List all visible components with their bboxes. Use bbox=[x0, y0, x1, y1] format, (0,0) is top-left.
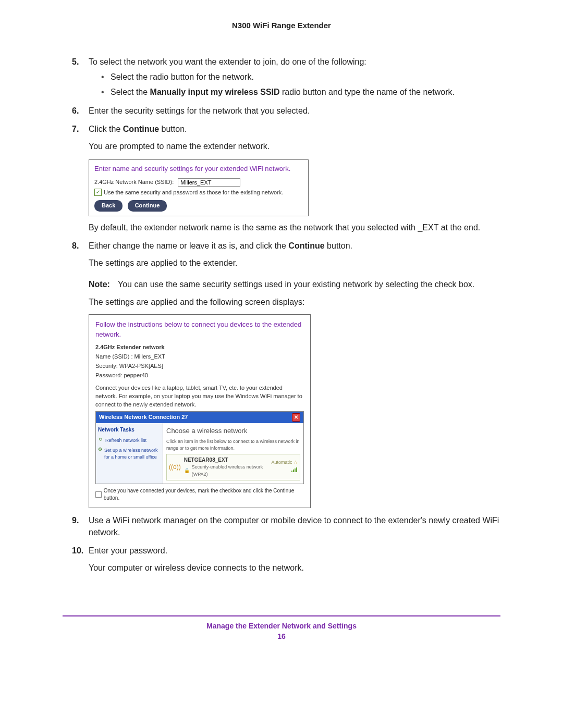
step-8-text: Either change the name or leave it as is… bbox=[89, 241, 352, 250]
step-7-after: By default, the extender network name is… bbox=[89, 221, 500, 233]
step-8-para1: The settings are applied to the extender… bbox=[89, 257, 500, 269]
shot2-security: Security: WPA2-PSK[AES] bbox=[95, 362, 304, 371]
step-8-para2: The settings are applied and the followi… bbox=[89, 296, 500, 308]
wifi-icon: ((o)) bbox=[169, 463, 181, 472]
shot2-final-checkbox[interactable] bbox=[95, 491, 102, 498]
step-10-num: 10. bbox=[72, 545, 83, 557]
refresh-icon: ↻ bbox=[98, 437, 103, 442]
xp-tasks-title: Network Tasks bbox=[98, 426, 161, 434]
xp-main-title: Choose a wireless network bbox=[166, 426, 300, 436]
step-9-text: Use a WiFi network manager on the comput… bbox=[89, 516, 499, 537]
xp-net-security: Security-enabled wireless network (WPA2) bbox=[192, 464, 268, 477]
shot1-checkbox-label: Use the same security and password as th… bbox=[104, 189, 283, 197]
step-9-num: 9. bbox=[72, 514, 79, 526]
step-7-num: 7. bbox=[72, 123, 79, 135]
xp-net-auto: Automatic bbox=[271, 460, 292, 465]
shot2-ssid: Name (SSID) : Millers_EXT bbox=[95, 353, 304, 361]
xp-main-sub: Click an item in the list below to conne… bbox=[166, 438, 300, 452]
signal-icon bbox=[290, 466, 298, 471]
step-6: 6. Enter the security settings for the n… bbox=[63, 105, 500, 117]
screenshot-connect-instructions: Follow the instructions below to connect… bbox=[89, 314, 311, 508]
step-6-text: Enter the security settings for the netw… bbox=[89, 106, 310, 115]
shot2-final-text: Once you have connected your devices, ma… bbox=[104, 487, 304, 502]
shot2-title: Follow the instructions below to connect… bbox=[95, 320, 304, 340]
step-5-text: To select the network you want the exten… bbox=[89, 57, 366, 66]
shot1-ssid-label: 2.4GHz Network Name (SSID): bbox=[94, 178, 174, 187]
note-label: Note: bbox=[89, 278, 118, 290]
close-icon[interactable]: ✕ bbox=[292, 413, 300, 422]
xp-title-text: Wireless Network Connection 27 bbox=[99, 413, 188, 422]
shot2-password: Password: pepper40 bbox=[95, 372, 304, 380]
star-icon: ☆ bbox=[293, 460, 298, 465]
xp-task-setup[interactable]: ⚙ Set up a wireless network for a home o… bbox=[98, 447, 161, 461]
shot1-title: Enter name and security settings for you… bbox=[94, 164, 303, 174]
step-5-bullet-1: Select the radio button for the network. bbox=[99, 71, 500, 83]
step-9: 9. Use a WiFi network manager on the com… bbox=[63, 514, 500, 538]
step-5: 5. To select the network you want the ex… bbox=[63, 56, 500, 98]
footer-text: Manage the Extender Network and Settings bbox=[63, 622, 500, 630]
step-8-num: 8. bbox=[72, 240, 79, 252]
step-5-bullet-2: Select the Manually input my wireless SS… bbox=[99, 86, 500, 98]
xp-task-refresh[interactable]: ↻ Refresh network list bbox=[98, 437, 161, 444]
step-6-num: 6. bbox=[72, 105, 79, 117]
step-5-num: 5. bbox=[72, 56, 79, 68]
note-text: You can use the same security settings u… bbox=[118, 278, 500, 290]
step-7-text: Click the Continue button. bbox=[89, 125, 187, 133]
footer: Manage the Extender Network and Settings… bbox=[63, 615, 500, 640]
lock-icon: 🔒 bbox=[184, 467, 190, 474]
step-8: 8. Either change the name or leave it as… bbox=[63, 240, 500, 508]
xp-network-item[interactable]: ((o)) NETGEAR08_EXT 🔒 Security-enabled w… bbox=[166, 454, 300, 480]
header-title: N300 WiFi Range Extender bbox=[63, 21, 500, 30]
step-7: 7. Click the Continue button. You are pr… bbox=[63, 123, 500, 233]
setup-icon: ⚙ bbox=[98, 447, 102, 452]
shot1-ssid-input[interactable] bbox=[178, 178, 240, 187]
screenshot-name-security: Enter name and security settings for you… bbox=[89, 159, 309, 216]
shot2-section: 2.4GHz Extender network bbox=[95, 343, 304, 352]
step-7-para: You are prompted to name the extender ne… bbox=[89, 140, 500, 152]
xp-net-name: NETGEAR08_EXT bbox=[184, 456, 268, 464]
xp-wifi-window: Wireless Network Connection 27 ✕ Network… bbox=[95, 411, 304, 484]
step-10-para: Your computer or wireless device connect… bbox=[89, 562, 500, 574]
shot1-back-button[interactable]: Back bbox=[94, 200, 123, 212]
page-number: 16 bbox=[63, 632, 500, 640]
step-10: 10. Enter your password. Your computer o… bbox=[63, 545, 500, 574]
shot1-continue-button[interactable]: Continue bbox=[128, 200, 167, 212]
step-10-text: Enter your password. bbox=[89, 546, 167, 555]
step-8-note: Note: You can use the same security sett… bbox=[89, 278, 500, 290]
shot1-checkbox-icon[interactable]: ✓ bbox=[94, 189, 102, 196]
shot2-desc: Connect your devices like a laptop, tabl… bbox=[95, 384, 304, 409]
